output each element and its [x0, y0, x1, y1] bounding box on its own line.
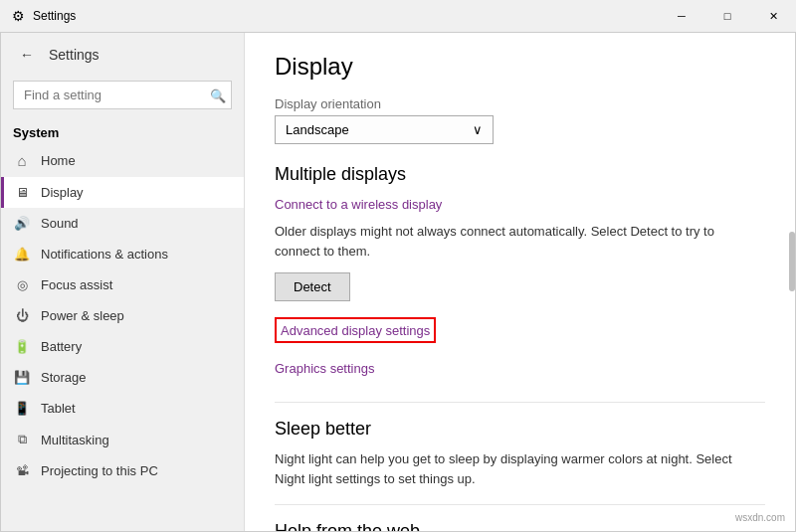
help-heading: Help from the web: [275, 521, 765, 531]
search-icon: 🔍: [210, 88, 226, 102]
storage-icon: 💾: [13, 370, 31, 385]
sidebar-item-projecting[interactable]: 📽 Projecting to this PC: [1, 455, 244, 486]
multiple-displays-heading: Multiple displays: [275, 164, 765, 185]
sidebar-item-label-home: Home: [41, 153, 76, 168]
sidebar-item-label-battery: Battery: [41, 339, 82, 354]
home-icon: ⌂: [13, 152, 31, 169]
sidebar-item-label-projecting: Projecting to this PC: [41, 463, 158, 478]
sidebar-item-home[interactable]: ⌂ Home: [1, 144, 244, 177]
titlebar: ⚙ Settings ─ □ ✕: [0, 0, 796, 32]
sleep-heading: Sleep better: [275, 419, 765, 440]
night-light-text: Night light can help you get to sleep by…: [275, 449, 752, 488]
titlebar-left: ⚙ Settings: [12, 8, 76, 24]
sound-icon: 🔊: [13, 216, 31, 231]
advanced-display-link[interactable]: Advanced display settings: [281, 323, 430, 338]
main-content: Display Display orientation Landscape ∨ …: [245, 33, 795, 531]
sidebar-item-label-power: Power & sleep: [41, 308, 124, 323]
orientation-value: Landscape: [286, 122, 349, 137]
orientation-dropdown[interactable]: Landscape ∨: [275, 115, 494, 144]
sidebar-item-power[interactable]: ⏻ Power & sleep: [1, 300, 244, 331]
restore-button[interactable]: □: [704, 0, 750, 32]
minimize-button[interactable]: ─: [659, 0, 704, 32]
sidebar-item-multitasking[interactable]: ⧉ Multitasking: [1, 424, 244, 455]
page-title: Display: [275, 53, 765, 81]
graphics-settings-link[interactable]: Graphics settings: [275, 361, 374, 376]
projecting-icon: 📽: [13, 463, 31, 478]
sidebar-item-label-sound: Sound: [41, 216, 79, 231]
notifications-icon: 🔔: [13, 247, 31, 262]
search-box: 🔍: [13, 81, 232, 109]
battery-icon: 🔋: [13, 339, 31, 354]
sidebar-item-focus[interactable]: ◎ Focus assist: [1, 269, 244, 300]
close-button[interactable]: ✕: [750, 0, 796, 32]
titlebar-controls: ─ □ ✕: [659, 0, 796, 32]
sidebar-top: ← Settings: [1, 33, 244, 77]
chevron-down-icon: ∨: [473, 122, 483, 137]
sidebar-item-notifications[interactable]: 🔔 Notifications & actions: [1, 239, 244, 269]
sidebar-item-display[interactable]: 🖥 Display: [1, 177, 244, 208]
sidebar-item-label-focus: Focus assist: [41, 277, 112, 292]
sidebar-item-label-storage: Storage: [41, 370, 87, 385]
scroll-indicator[interactable]: [789, 232, 795, 291]
sidebar-item-label-tablet: Tablet: [41, 401, 76, 416]
detect-button[interactable]: Detect: [275, 272, 350, 301]
sidebar-item-label-display: Display: [41, 185, 84, 200]
search-input[interactable]: [13, 81, 232, 109]
sidebar-item-label-notifications: Notifications & actions: [41, 247, 168, 262]
settings-icon: ⚙: [12, 8, 25, 24]
sidebar: ← Settings 🔍 System ⌂ Home 🖥 Display 🔊 S…: [1, 33, 245, 531]
display-icon: 🖥: [13, 185, 31, 200]
back-button[interactable]: ←: [13, 41, 41, 69]
sidebar-item-label-multitasking: Multitasking: [41, 433, 109, 447]
tablet-icon: 📱: [13, 401, 31, 416]
older-displays-text: Older displays might not always connect …: [275, 222, 752, 261]
sidebar-title: Settings: [49, 47, 100, 63]
divider-1: [275, 402, 765, 403]
multitasking-icon: ⧉: [13, 432, 31, 447]
connect-wireless-link[interactable]: Connect to a wireless display: [275, 197, 442, 212]
sidebar-item-sound[interactable]: 🔊 Sound: [1, 208, 244, 239]
watermark: wsxdn.com: [735, 512, 785, 523]
titlebar-title: Settings: [33, 9, 76, 23]
sidebar-item-storage[interactable]: 💾 Storage: [1, 362, 244, 393]
focus-icon: ◎: [13, 277, 31, 292]
power-icon: ⏻: [13, 308, 31, 323]
sidebar-item-tablet[interactable]: 📱 Tablet: [1, 393, 244, 424]
sidebar-section-label: System: [1, 117, 244, 144]
divider-2: [275, 504, 765, 505]
orientation-label: Display orientation: [275, 96, 765, 111]
sidebar-item-battery[interactable]: 🔋 Battery: [1, 331, 244, 362]
main-window: ← Settings 🔍 System ⌂ Home 🖥 Display 🔊 S…: [0, 32, 796, 532]
advanced-display-link-box: Advanced display settings: [275, 317, 436, 343]
